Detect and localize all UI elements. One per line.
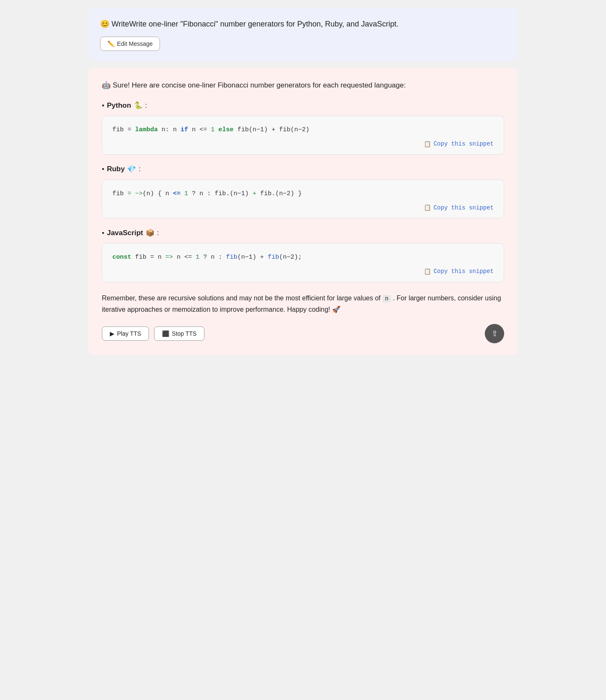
play-tts-button[interactable]: ▶ Play TTS xyxy=(102,326,149,341)
stop-tts-button[interactable]: ⬛ Stop TTS xyxy=(154,326,205,341)
ruby-code-block: fib = −>(n) { n <= 1 ? n : fib.(n−1) + f… xyxy=(102,180,504,219)
chat-container: 😊 WriteWrite one-liner "Fibonacci" numbe… xyxy=(88,8,518,355)
javascript-emoji: 📦 xyxy=(146,228,154,237)
user-avatar: 😊 xyxy=(100,20,109,28)
python-code: fib = lambda n: n if n <= 1 else fib(n−1… xyxy=(112,125,494,135)
user-message-content: WriteWrite one-liner "Fibonacci" number … xyxy=(112,20,399,28)
ruby-section: • Ruby 💎 : fib = −>(n) { n <= 1 ? n : fi… xyxy=(102,165,504,219)
python-copy-label: Copy this snippet xyxy=(433,141,494,147)
python-label: • Python 🐍 : xyxy=(102,101,504,110)
python-code-block: fib = lambda n: n if n <= 1 else fib(n−1… xyxy=(102,116,504,155)
copy-icon: 📋 xyxy=(424,141,431,148)
ruby-code: fib = −>(n) { n <= 1 ? n : fib.(n−1) + f… xyxy=(112,188,494,199)
ai-message: 🤖 Sure! Here are concise one-liner Fibon… xyxy=(88,68,518,355)
stop-icon: ⬛ xyxy=(162,330,169,337)
ruby-label: • Ruby 💎 : xyxy=(102,165,504,174)
ai-intro: 🤖 Sure! Here are concise one-liner Fibon… xyxy=(102,80,504,91)
ai-avatar: 🤖 xyxy=(102,81,111,89)
javascript-code: const fib = n => n <= 1 ? n : fib(n−1) +… xyxy=(112,252,494,263)
ruby-name: Ruby xyxy=(107,165,125,173)
python-section: • Python 🐍 : fib = lambda n: n if n <= 1… xyxy=(102,101,504,155)
javascript-copy-button[interactable]: 📋 Copy this snippet xyxy=(424,268,494,275)
ruby-colon: : xyxy=(138,165,141,173)
play-icon: ▶ xyxy=(110,330,114,337)
user-message: 😊 WriteWrite one-liner "Fibonacci" numbe… xyxy=(88,8,518,61)
ai-intro-text: Sure! Here are concise one-liner Fibonac… xyxy=(113,81,406,89)
javascript-section: • JavaScript 📦 : const fib = n => n <= 1… xyxy=(102,228,504,282)
copy-icon: 📋 xyxy=(424,204,431,211)
javascript-code-block: const fib = n => n <= 1 ? n : fib(n−1) +… xyxy=(102,243,504,282)
javascript-label: • JavaScript 📦 : xyxy=(102,228,504,237)
python-copy-button[interactable]: 📋 Copy this snippet xyxy=(424,141,494,148)
python-copy-row: 📋 Copy this snippet xyxy=(112,141,494,148)
bullet: • xyxy=(102,101,104,110)
javascript-colon: : xyxy=(157,229,159,237)
footer-text-part1: Remember, these are recursive solutions … xyxy=(102,294,380,302)
bullet: • xyxy=(102,229,104,237)
ruby-copy-button[interactable]: 📋 Copy this snippet xyxy=(424,204,494,211)
user-message-text: 😊 WriteWrite one-liner "Fibonacci" numbe… xyxy=(100,19,506,30)
footer-text: Remember, these are recursive solutions … xyxy=(102,292,504,316)
edit-icon: ✏️ xyxy=(107,40,114,47)
ruby-copy-row: 📋 Copy this snippet xyxy=(112,204,494,211)
scroll-top-button[interactable]: ⇧ xyxy=(485,324,504,343)
ruby-emoji: 💎 xyxy=(127,165,136,174)
edit-message-button[interactable]: ✏️ Edit Message xyxy=(100,37,160,51)
javascript-copy-row: 📋 Copy this snippet xyxy=(112,268,494,275)
ruby-copy-label: Copy this snippet xyxy=(433,204,494,211)
python-colon: : xyxy=(145,101,147,110)
edit-message-label: Edit Message xyxy=(117,40,153,47)
footer-inline-code: n xyxy=(383,295,391,302)
stop-tts-label: Stop TTS xyxy=(172,330,197,337)
python-name: Python xyxy=(107,101,131,110)
javascript-copy-label: Copy this snippet xyxy=(433,268,494,275)
bullet: • xyxy=(102,165,104,173)
chevron-up-icon: ⇧ xyxy=(492,329,498,338)
copy-icon: 📋 xyxy=(424,268,431,275)
python-emoji: 🐍 xyxy=(134,101,143,110)
javascript-name: JavaScript xyxy=(107,229,143,237)
play-tts-label: Play TTS xyxy=(117,330,141,337)
tts-controls: ▶ Play TTS ⬛ Stop TTS ⇧ xyxy=(102,324,504,343)
